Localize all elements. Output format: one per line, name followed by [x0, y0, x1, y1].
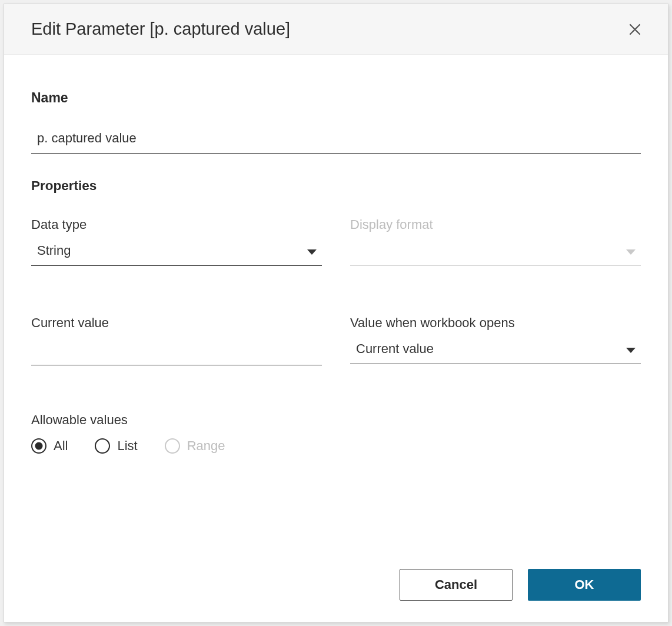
dialog-header: Edit Parameter [p. captured value] — [4, 4, 668, 55]
radio-icon — [95, 438, 110, 454]
data-type-value: String — [37, 243, 316, 259]
edit-parameter-dialog: Edit Parameter [p. captured value] Name … — [4, 4, 668, 622]
data-type-field: Data type String — [31, 217, 322, 266]
radio-range: Range — [165, 438, 225, 454]
radio-all[interactable]: All — [31, 438, 68, 454]
properties-row-1: Data type String Display format — [31, 217, 641, 266]
properties-heading: Properties — [31, 178, 641, 194]
data-type-label: Data type — [31, 217, 322, 232]
dialog-title: Edit Parameter [p. captured value] — [31, 19, 290, 39]
radio-range-label: Range — [187, 438, 225, 454]
close-button[interactable] — [626, 20, 644, 39]
value-on-open-select[interactable]: Current value — [350, 338, 641, 364]
radio-icon — [165, 438, 180, 454]
radio-all-label: All — [54, 438, 68, 454]
value-on-open-value: Current value — [356, 341, 635, 358]
name-label: Name — [31, 90, 641, 106]
current-value-input[interactable] — [31, 338, 322, 365]
allowable-values-section: Allowable values All List Range — [31, 412, 641, 454]
allowable-values-radio-group: All List Range — [31, 438, 641, 454]
name-input[interactable] — [31, 126, 641, 154]
caret-down-icon — [626, 249, 636, 256]
caret-down-icon — [626, 347, 636, 354]
value-on-open-field: Value when workbook opens Current value — [350, 315, 641, 365]
radio-icon — [31, 438, 46, 454]
current-value-label: Current value — [31, 315, 322, 331]
radio-list-label: List — [117, 438, 137, 454]
radio-list[interactable]: List — [95, 438, 137, 454]
display-format-label: Display format — [350, 217, 641, 232]
display-format-value — [356, 243, 635, 259]
display-format-field: Display format — [350, 217, 641, 266]
allowable-values-label: Allowable values — [31, 412, 641, 428]
current-value-field: Current value — [31, 315, 322, 365]
data-type-select[interactable]: String — [31, 239, 322, 266]
dialog-body: Name Properties Data type String Display… — [4, 55, 668, 557]
close-icon — [628, 22, 642, 36]
cancel-button[interactable]: Cancel — [400, 569, 513, 601]
dialog-footer: Cancel OK — [4, 557, 668, 622]
display-format-select — [350, 239, 641, 266]
ok-button[interactable]: OK — [528, 569, 641, 601]
value-on-open-label: Value when workbook opens — [350, 315, 641, 331]
caret-down-icon — [307, 249, 317, 256]
properties-row-2: Current value Value when workbook opens … — [31, 315, 641, 365]
